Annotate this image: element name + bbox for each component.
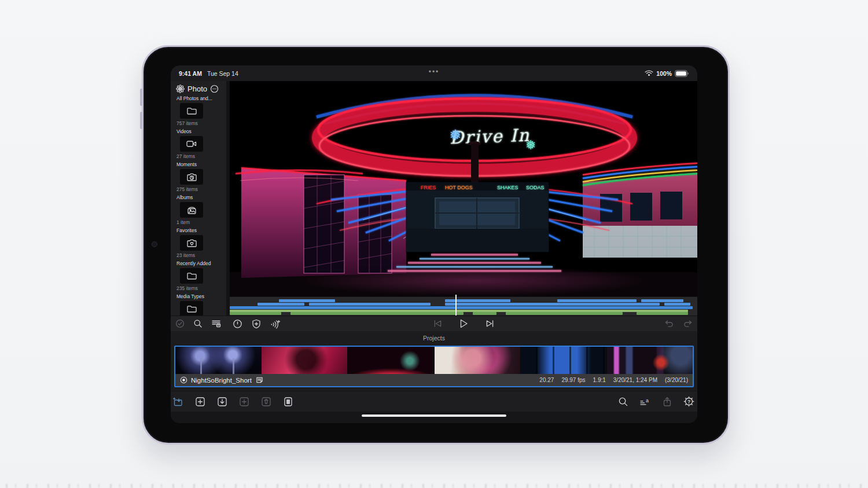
settings-help-button[interactable]: ? <box>683 396 694 407</box>
editor-main-area: Drive In ❅ ❅ <box>230 81 697 315</box>
share-button[interactable] <box>661 396 672 407</box>
ipad-device: 9:41 AM Tue Sep 14 ••• 100% <box>142 45 730 445</box>
clock-date: Tue Sep 14 <box>207 70 238 77</box>
library-item-albums[interactable]: Albums 1 item <box>171 194 226 226</box>
timeline-toolbar <box>171 315 697 331</box>
battery-icon <box>675 70 689 77</box>
timeline-overview-tracks <box>230 297 697 315</box>
project-created-date: (3/20/21) <box>665 377 688 383</box>
project-name: NightSoBright_Short <box>191 377 252 384</box>
project-selected-radio-icon[interactable] <box>180 376 187 384</box>
booth-sign-hot-dogs: HOT DOGS <box>445 185 473 190</box>
timeline-overview[interactable] <box>230 296 697 315</box>
home-indicator[interactable] <box>362 414 506 417</box>
library-options-button[interactable] <box>210 85 219 93</box>
video-editor-app: Photo All Photos and... 757 <box>171 81 697 423</box>
library-header: Photo <box>171 81 226 95</box>
library-item-moments[interactable]: Moments 275 items <box>171 161 226 193</box>
booth-sign-fries: FRIES <box>421 185 436 190</box>
snowflake-neon-right: ❅ <box>525 138 536 152</box>
thumb-blue-skylight <box>520 347 606 374</box>
next-frame-button[interactable] <box>484 318 495 329</box>
booth-sign-shakes: SHAKES <box>497 185 518 190</box>
projects-label: Projects <box>423 335 445 342</box>
project-fps: 29.97 fps <box>561 377 585 383</box>
folder-icon <box>187 305 197 313</box>
projects-section-header: Projects <box>171 331 697 345</box>
project-info-bar: NightSoBright_Short 20.27 29.97 fps 1.9:… <box>175 374 693 386</box>
library-sidebar: Photo All Photos and... 757 <box>171 81 230 315</box>
add-media-button[interactable] <box>172 396 183 407</box>
wifi-icon <box>645 70 653 76</box>
play-button[interactable] <box>458 318 469 329</box>
thumb-night-house-neon <box>606 347 693 374</box>
library-source-title: Photo <box>187 85 207 93</box>
bottom-toolbar: a ? <box>171 391 697 412</box>
folder-icon <box>187 272 197 280</box>
album-stack-icon <box>187 206 197 214</box>
project-search-button[interactable] <box>617 396 628 407</box>
duplicate-project-button[interactable] <box>238 396 249 407</box>
previous-frame-button[interactable] <box>432 318 443 329</box>
page-background: 9:41 AM Tue Sep 14 ••• 100% <box>0 0 868 488</box>
clock-time: 9:41 AM <box>179 70 202 77</box>
project-duration: 20.27 <box>539 377 554 383</box>
volume-down-button <box>140 112 142 129</box>
thumb-person-red-neon <box>261 347 347 374</box>
clipboard-button[interactable] <box>282 396 293 407</box>
thumb-palm-trees-night <box>175 347 261 374</box>
project-metadata: 20.27 29.97 fps 1.9:1 3/20/21, 1:24 PM (… <box>539 377 688 383</box>
front-camera <box>152 241 157 247</box>
svg-text:a: a <box>646 397 649 403</box>
snowflake-neon-left: ❅ <box>450 127 462 143</box>
sort-by-name-button[interactable]: a <box>639 396 650 407</box>
volume-up-button <box>140 89 142 106</box>
bottom-bezel-strip <box>171 412 697 423</box>
import-project-button[interactable] <box>216 396 227 407</box>
booth-sign-sodas: SODAS <box>526 185 545 190</box>
sort-list-button[interactable] <box>211 318 221 329</box>
folder-icon <box>187 107 197 115</box>
thumb-drive-in-neon-sign <box>347 347 433 374</box>
playhead[interactable] <box>455 295 457 315</box>
library-item-media-types[interactable]: Media Types 6 items <box>171 293 226 315</box>
undo-button[interactable] <box>664 318 674 329</box>
delete-project-button[interactable] <box>260 396 271 407</box>
library-item-videos[interactable]: Videos 27 items <box>171 128 226 160</box>
thumb-face-pink-light <box>434 347 520 374</box>
video-camera-icon <box>186 140 197 148</box>
photos-app-icon <box>176 85 185 93</box>
drive-in-theater-frame: Drive In ❅ ❅ <box>230 81 697 296</box>
library-item-recently-added[interactable]: Recently Added 235 items <box>171 260 226 292</box>
battery-percent: 100% <box>656 70 672 77</box>
selected-project-card[interactable]: NightSoBright_Short 20.27 29.97 fps 1.9:… <box>174 346 694 387</box>
camera-clock-icon <box>187 173 197 181</box>
status-bar: 9:41 AM Tue Sep 14 ••• 100% <box>171 65 697 81</box>
project-notes-icon[interactable] <box>256 376 263 384</box>
video-preview: Drive In ❅ ❅ <box>230 81 697 296</box>
project-filmstrip <box>175 347 693 374</box>
cropped-text-artifacts <box>6 484 862 488</box>
multitask-dots-icon[interactable]: ••• <box>171 68 697 76</box>
camera-heart-icon <box>187 239 197 247</box>
search-button[interactable] <box>193 318 203 329</box>
project-aspect-ratio: 1.9:1 <box>593 377 606 383</box>
project-modified-date: 3/20/21, 1:24 PM <box>613 377 657 383</box>
select-check-button[interactable] <box>175 318 185 329</box>
redo-button[interactable] <box>682 318 693 329</box>
svg-text:?: ? <box>687 399 690 405</box>
ipad-screen: 9:41 AM Tue Sep 14 ••• 100% <box>171 65 697 423</box>
library-item-all-photos[interactable]: All Photos and... 757 items <box>171 95 226 127</box>
library-item-favorites[interactable]: Favorites 23 items <box>171 227 226 259</box>
new-project-button[interactable] <box>194 396 205 407</box>
